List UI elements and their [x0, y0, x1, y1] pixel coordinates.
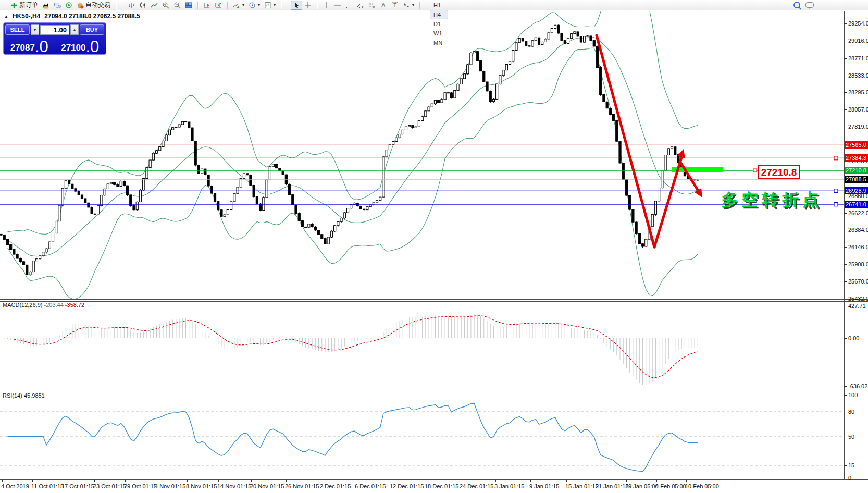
timeframe-h1[interactable]: H1: [430, 1, 448, 10]
chat-icon[interactable]: [805, 2, 814, 8]
terminal-icon: [54, 2, 61, 9]
price-tick-label: 28533.0: [848, 72, 868, 79]
toolbar-grip: [3, 2, 6, 8]
chart-shift-button[interactable]: [213, 1, 224, 10]
ohlc-values: 27094.0 27188.0 27062.5 27088.5: [44, 13, 140, 20]
signals-button[interactable]: [63, 1, 75, 10]
dropdown-caret-icon: ▾: [258, 3, 260, 7]
pane-separator-rsi[interactable]: [0, 388, 868, 390]
market-watch-button[interactable]: [52, 1, 63, 10]
sell-button[interactable]: SELL: [5, 24, 30, 35]
arrows-tool-button[interactable]: ▾: [401, 1, 416, 10]
periods-button[interactable]: ▾: [246, 1, 262, 10]
profiles-icon: [42, 2, 49, 9]
green-zone-bar[interactable]: [672, 167, 723, 172]
indicators-button[interactable]: ▾: [231, 1, 246, 10]
turning-point-annotation[interactable]: 多空转折点: [721, 189, 823, 212]
horizontal-line-tool-button[interactable]: [332, 1, 343, 10]
buy-price[interactable]: 27100 .0: [56, 36, 105, 55]
rsi-tick: [844, 478, 847, 478]
rsi-tick-label: 15: [848, 462, 854, 469]
panel-divider: [55, 36, 55, 55]
signal-icon: [65, 2, 72, 9]
date-tick: [2, 480, 3, 482]
rsi-tick: [844, 412, 847, 412]
text-tool-button[interactable]: A: [378, 1, 389, 10]
cursor-tool-button[interactable]: [291, 1, 302, 10]
collapse-triangle-icon[interactable]: ▲: [4, 14, 8, 19]
toolbar-separator: [419, 2, 420, 9]
tile-windows-button[interactable]: [183, 1, 194, 10]
timeframe-d1[interactable]: D1: [430, 19, 448, 29]
svg-text:A: A: [381, 2, 386, 8]
symbol-period-label: HK50-,H4: [13, 13, 40, 20]
new-order-button[interactable]: 新订单: [8, 1, 40, 10]
date-tick: [125, 480, 126, 482]
macd-tick-label: 427.71: [848, 303, 866, 309]
candlestick-chart-button[interactable]: [137, 1, 148, 10]
line-handle-26928.9[interactable]: [834, 189, 838, 193]
volume-increase-button[interactable]: ▲: [70, 24, 79, 35]
line-handle-26741.0[interactable]: [834, 203, 838, 206]
toolbar-grip: [286, 2, 288, 8]
annotation-handle[interactable]: [753, 169, 757, 172]
fibonacci-tool-button[interactable]: F: [366, 1, 378, 10]
rsi-plot: [0, 403, 844, 471]
rsi-tick-label: 80: [848, 409, 854, 415]
date-label: 3 Jan 01:15: [494, 483, 525, 489]
timeframe-mn[interactable]: MN: [430, 38, 448, 47]
date-label: 6 Dec 01:15: [355, 483, 386, 489]
price-lines: [0, 145, 844, 206]
price-tick: [844, 76, 847, 76]
macd-tick: [844, 338, 847, 339]
timeframe-w1[interactable]: W1: [430, 29, 448, 38]
crosshair-tool-button[interactable]: [302, 1, 314, 10]
date-label: 4 Oct 2019: [1, 483, 29, 489]
chart-shift-icon: [215, 2, 222, 9]
price-line-badge-26741.0: 26741.0: [845, 201, 868, 208]
date-label: 20 Nov 01:15: [250, 483, 284, 489]
line-chart-button[interactable]: [148, 1, 160, 10]
auto-trading-button[interactable]: 自动交易: [75, 1, 113, 10]
date-tick: [251, 480, 252, 482]
search-icon[interactable]: [793, 2, 800, 8]
rsi-tick-label: 100: [848, 392, 858, 398]
toolbar-grip: [120, 2, 123, 8]
timeframe-h4[interactable]: H4: [430, 10, 448, 19]
date-tick: [63, 480, 63, 482]
volume-decrease-button[interactable]: ▼: [31, 24, 39, 35]
dropdown-caret-icon: ▾: [274, 3, 276, 7]
auto-scroll-button[interactable]: [201, 1, 213, 10]
date-tick: [218, 480, 219, 482]
trend-arrow-line[interactable]: [654, 156, 682, 247]
time-axis-line: [0, 479, 868, 480]
date-tick: [530, 480, 531, 482]
rsi-tick: [844, 437, 847, 437]
price-annotation-box[interactable]: 27210.8: [758, 165, 800, 179]
chart-canvas[interactable]: [0, 0, 868, 493]
volume-input[interactable]: 1.00: [40, 25, 69, 35]
price-tick-label: 26384.0: [848, 227, 868, 233]
trend-arrow-line[interactable]: [680, 162, 699, 192]
line-handle-27384.3[interactable]: [834, 156, 838, 160]
sell-price[interactable]: 27087 .0: [5, 36, 54, 55]
buy-button[interactable]: BUY: [80, 24, 104, 35]
trendline-tool-button[interactable]: [343, 1, 355, 10]
sell-price-dec: .0: [35, 39, 48, 55]
profiles-button[interactable]: [40, 1, 52, 10]
pane-separator-macd[interactable]: [0, 299, 868, 302]
date-tick: [286, 480, 287, 482]
date-label: 9 Jan 01:15: [529, 483, 560, 489]
price-tick: [844, 299, 847, 299]
one-click-trading-panel: SELL ▼ 1.00 ▲ BUY 27087 .0 27100 .0: [3, 22, 106, 55]
text-label-tool-button[interactable]: T: [389, 1, 401, 10]
templates-button[interactable]: ▾: [262, 1, 278, 10]
price-tick: [844, 247, 847, 248]
date-tick: [187, 480, 188, 482]
crosshair-icon: [304, 2, 312, 9]
bar-chart-button[interactable]: [126, 1, 137, 10]
vertical-line-tool-button[interactable]: [320, 1, 332, 10]
zoom-in-button[interactable]: [160, 1, 171, 10]
channel-tool-button[interactable]: E: [355, 1, 366, 10]
zoom-out-button[interactable]: [171, 1, 183, 10]
